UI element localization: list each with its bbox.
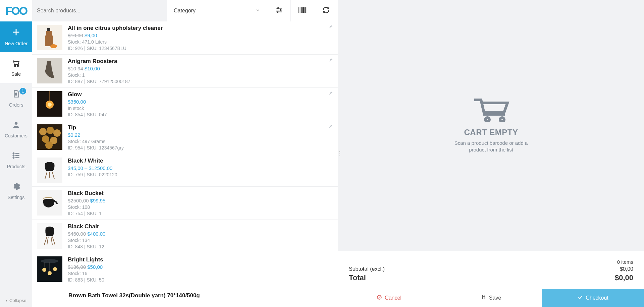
product-info: Black Chair $460,00$400,00 Stock: 134 ID… [68, 223, 333, 249]
product-info: Anigram Roostera $10,94$10,00 Stock: 1 I… [68, 58, 333, 84]
filter-button[interactable] [267, 0, 291, 21]
product-name: Black / White [68, 158, 333, 164]
search-input[interactable] [37, 8, 162, 14]
pin-icon[interactable] [328, 24, 333, 31]
svg-rect-21 [302, 7, 303, 13]
product-price-line: $2500,00$99,95 [68, 198, 333, 203]
sidebar-item-products[interactable]: Products [0, 145, 32, 176]
svg-point-27 [50, 44, 57, 48]
checkout-button[interactable]: Checkout [542, 289, 644, 307]
product-stock: Stock: 108 [68, 204, 333, 210]
product-new-price: $400,00 [87, 231, 105, 237]
sidebar: FOO New Order Sale 1 $ Orders Customers [0, 0, 32, 307]
product-stock: Stock: 134 [68, 238, 333, 243]
sidebar-collapse[interactable]: ‹ Collapse [0, 294, 32, 307]
svg-point-60 [500, 118, 504, 122]
product-price-line: $0,22 [68, 132, 333, 138]
barcode-button[interactable] [291, 0, 314, 21]
sidebar-item-label: Sale [11, 71, 21, 77]
cart-totals: 0 items Subtotal (excl.)$0,00 Total$0,00 [338, 251, 644, 289]
product-price-line: $350,00 [68, 99, 333, 105]
product-name: Brown Bath Towel 32s(Double yarn) 70*140… [68, 292, 333, 299]
product-thumbnail [37, 223, 62, 249]
logo[interactable]: FOO [0, 0, 32, 21]
product-thumbnail [37, 190, 62, 216]
svg-point-5 [15, 122, 18, 125]
svg-point-2 [14, 65, 15, 66]
pin-icon[interactable] [328, 57, 333, 64]
sidebar-item-orders[interactable]: 1 $ Orders [0, 83, 32, 114]
refresh-button[interactable] [314, 0, 338, 21]
product-row[interactable]: Glow $350,00 In stock ID: 854 | SKU: 047 [32, 88, 338, 121]
sidebar-item-label: Customers [5, 133, 28, 138]
sidebar-item-new-order[interactable]: New Order [0, 21, 32, 52]
cancel-button[interactable]: Cancel [338, 289, 440, 307]
category-dropdown[interactable]: Category [167, 0, 267, 21]
product-row[interactable]: Tip $0,22 Stock: 497 Grams ID: 954 | SKU… [32, 121, 338, 154]
product-price: $45,00 – $12500,00 [68, 165, 112, 171]
svg-point-35 [47, 127, 54, 134]
product-stock: Stock: 497 Grams [68, 139, 333, 144]
plus-icon [11, 27, 21, 39]
save-icon [481, 295, 486, 301]
chevron-left-icon: ‹ [6, 298, 7, 303]
product-name: Glow [68, 91, 333, 98]
center-column: Category [32, 0, 338, 307]
product-row[interactable]: All in one citrus upholstery cleaner $10… [32, 21, 338, 55]
svg-point-59 [485, 118, 489, 122]
sidebar-item-sale[interactable]: Sale [0, 52, 32, 83]
product-stock: Stock: 16 [68, 271, 333, 276]
drag-handle[interactable]: ⋮ [337, 150, 342, 157]
product-id-sku: ID: 926 | SKU: 1234567BLU [68, 46, 333, 51]
product-row[interactable]: Anigram Roostera $10,94$10,00 Stock: 1 I… [32, 55, 338, 88]
product-price: $350,00 [68, 99, 86, 105]
product-new-price: $50,00 [87, 264, 103, 270]
sidebar-item-settings[interactable]: Settings [0, 176, 32, 206]
pin-icon[interactable] [328, 124, 333, 130]
svg-rect-26 [47, 28, 50, 31]
svg-rect-18 [298, 7, 299, 13]
svg-line-62 [378, 296, 381, 299]
sliders-icon [275, 6, 283, 15]
product-thumbnail [37, 158, 62, 183]
subtotal-label: Subtotal (excl.) [349, 266, 385, 272]
product-thumbnail [37, 256, 62, 282]
svg-point-8 [13, 155, 14, 156]
product-info: Glow $350,00 In stock ID: 854 | SKU: 047 [68, 91, 333, 117]
product-row[interactable]: Bright Lights $136,00$50,00 Stock: 16 ID… [32, 253, 338, 286]
product-row[interactable]: Black Bucket $2500,00$99,95 Stock: 108 I… [32, 187, 338, 220]
category-label: Category [174, 8, 196, 14]
svg-point-13 [277, 7, 279, 9]
product-id-sku: ID: 954 | SKU: 1234567gry [68, 145, 333, 150]
barcode-icon [298, 6, 307, 15]
settings-gear-icon [12, 182, 20, 193]
product-id-sku: ID: 883 | SKU: 50 [68, 277, 333, 283]
product-thumbnail [37, 58, 62, 83]
orders-badge: 1 [19, 88, 26, 95]
save-button[interactable]: Save [440, 289, 542, 307]
search-row: Category [32, 0, 338, 21]
products-list-icon [12, 151, 20, 162]
total-value: $0,00 [615, 273, 633, 282]
sidebar-item-customers[interactable]: Customers [0, 114, 32, 145]
search-input-wrap[interactable] [32, 0, 167, 21]
svg-point-32 [48, 103, 52, 107]
svg-rect-19 [300, 7, 300, 13]
product-new-price: $99,95 [90, 198, 106, 203]
chevron-down-icon [256, 8, 260, 14]
svg-point-10 [13, 157, 14, 158]
cart-actions: Cancel Save Checkout [338, 289, 644, 307]
product-row[interactable]: Brown Bath Towel 32s(Double yarn) 70*140… [32, 286, 338, 303]
svg-rect-64 [483, 297, 484, 299]
product-row[interactable]: Black / White $45,00 – $12500,00 ID: 759… [32, 154, 338, 187]
check-icon [578, 295, 583, 301]
product-row[interactable]: Black Chair $460,00$400,00 Stock: 134 ID… [32, 220, 338, 253]
products-list[interactable]: All in one citrus upholstery cleaner $10… [32, 21, 338, 307]
pin-icon[interactable] [328, 90, 333, 97]
product-price-line: $10,94$10,00 [68, 66, 333, 71]
sidebar-item-label: Products [7, 164, 25, 169]
svg-point-39 [45, 141, 53, 149]
sidebar-item-label: New Order [5, 41, 28, 46]
svg-rect-63 [483, 295, 484, 296]
product-old-price: $10,94 [68, 66, 83, 71]
